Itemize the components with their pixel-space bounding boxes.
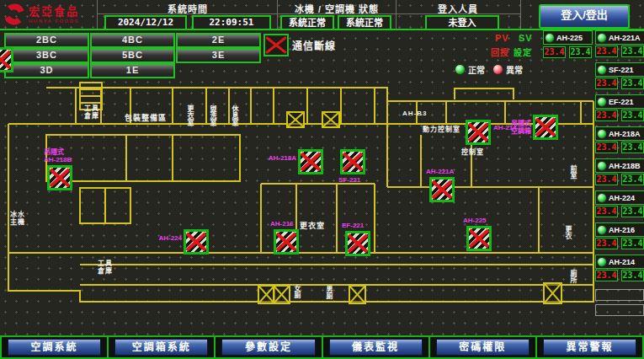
unit-label-ah-214[interactable]: AH-214 — [595, 255, 644, 269]
status-led-icon — [597, 225, 607, 235]
logo-mark-icon — [3, 3, 25, 25]
login-status-value: 未登入 — [425, 15, 499, 30]
floor-plan: 吊隱式 AH-218BAH-224AH-218ASF-221AH-214吊隱式 … — [0, 78, 595, 335]
header-divider — [277, 0, 278, 29]
floor-button-2bc[interactable]: 2BC — [4, 33, 89, 48]
room-label: 動力控制室 — [423, 126, 460, 133]
floor-button-3e[interactable]: 3E — [176, 48, 261, 63]
company-logo: 宏亞食品 HUNYA FOODS — [3, 2, 94, 27]
comm-fail-label: 通信斷線 — [292, 38, 336, 52]
ahu-icon-ah-214[interactable] — [466, 120, 491, 145]
ahu-icon-吊隱式-空調箱[interactable] — [533, 115, 558, 140]
empty-unit-slot — [595, 289, 644, 301]
ahu-icon-ef-221[interactable] — [345, 231, 370, 256]
comm-fail-icon — [263, 34, 289, 56]
unit-sv-ah-214: 23.4 — [621, 270, 644, 281]
ahu-tag-label: AH-224 — [150, 234, 182, 242]
unit-label-ah-221a[interactable]: AH-221A — [595, 30, 644, 45]
room-label: 包裝整備區 — [125, 115, 167, 122]
ahu-icon-ah-224[interactable] — [184, 229, 209, 255]
ahu-icon-sf-221[interactable] — [340, 149, 365, 174]
ahu-icon-ah-218a[interactable] — [298, 149, 323, 174]
unit-label-sf-221[interactable]: SF-221 — [595, 62, 644, 77]
ahu-tag-label: AH-225 — [463, 217, 487, 224]
nav-parameter-set-button[interactable]: 參數設定 — [221, 339, 315, 356]
status-led-icon — [597, 257, 607, 267]
unit-pv-ah-218b: 23.4 — [595, 174, 618, 185]
unit-pv-ah-214: 23.4 — [595, 270, 618, 281]
ahu-icon-吊隱式-ah-218b[interactable] — [47, 165, 72, 190]
room-label: 更衣室 — [300, 222, 325, 230]
header-bar: 宏亞食品 HUNYA FOODS 系統時間 2024/12/12 22:09:5… — [0, 0, 644, 30]
stair-icon — [286, 111, 305, 128]
unit-label-ah-224[interactable]: AH-224 — [595, 190, 644, 205]
nav-alarm-button[interactable]: 異常警報 — [543, 339, 636, 356]
unit-pv-ah-218a: 23.4 — [595, 142, 618, 153]
floor-button-3d[interactable]: 3D — [4, 63, 89, 78]
ahu-tag-label: SF-221 — [338, 176, 360, 184]
nav-password-auth-button[interactable]: 密碼權限 — [436, 339, 530, 356]
unit-pv-ah-224: 23.4 — [595, 206, 618, 217]
unit-pv-sf-221: 23.4 — [595, 78, 618, 89]
stair-icon — [543, 282, 562, 304]
header-divider — [396, 0, 397, 29]
login-user-label: 登入人員 — [397, 2, 519, 15]
nav-ac-system-button[interactable]: 空調系統 — [8, 339, 101, 356]
ac-status-value: 系統正常 — [338, 15, 391, 30]
chiller-status-value: 系統正常 — [280, 15, 334, 30]
machine-status-label: 冰機 / 空調機 狀態 — [279, 2, 394, 15]
system-time-value: 22:09:51 — [192, 15, 271, 30]
unit-label-ah-225[interactable]: AH-225 — [543, 30, 593, 45]
room-label: 工具 倉庫 — [84, 104, 99, 120]
unit-label-ah-218a[interactable]: AH-218A — [595, 126, 644, 141]
ahu-tag-label: 吊隱式 空調箱 — [499, 120, 531, 135]
logo-subtitle: HUNYA FOODS — [29, 19, 79, 24]
floor-button-4bc[interactable]: 4BC — [90, 33, 175, 48]
room-label: AH-B3 — [402, 110, 427, 117]
status-led-icon — [597, 33, 607, 43]
unit-sv-ah-216: 23.4 — [621, 238, 644, 249]
ahu-icon-ah-216[interactable] — [274, 229, 299, 255]
abnormal-legend: 異常 — [492, 62, 523, 77]
hmi-screen: { "header": { "logo_title": "宏亞食品", "log… — [0, 0, 644, 359]
unit-sv-ah-218a: 23.4 — [621, 142, 644, 153]
unit-sv-ah-218b: 23.4 — [621, 174, 644, 185]
ahu-tag-label: 吊隱式 AH-218B — [44, 148, 72, 163]
floor-button-1e[interactable]: 1E — [90, 63, 175, 78]
unit-label-ah-216[interactable]: AH-216 — [595, 222, 644, 237]
nav-ahu-system-button[interactable]: 空調箱系統 — [114, 339, 208, 356]
status-led-icon — [545, 33, 555, 43]
unit-sv-sf-221: 23.4 — [621, 78, 644, 89]
floor-button-5bc[interactable]: 5BC — [90, 48, 175, 63]
login-logout-button[interactable]: 登入/登出 — [539, 4, 630, 29]
pv-legend: PV — [495, 33, 509, 43]
status-led-icon — [597, 129, 607, 139]
status-led-icon — [597, 193, 607, 203]
ahu-tag-label: AH-216 — [270, 220, 294, 228]
room-label: 廁所 — [569, 270, 577, 283]
ahu-icon-partial[interactable] — [0, 47, 13, 72]
floor-button-2e[interactable]: 2E — [176, 33, 261, 48]
unit-sv-ah-225: 23.4 — [569, 46, 592, 58]
unit-pv-ah-225: 23.4 — [543, 46, 566, 58]
room-label: 男廁 — [325, 286, 333, 299]
unit-label-ef-221[interactable]: EF-221 — [595, 94, 644, 109]
floor-button-3bc[interactable]: 3BC — [4, 48, 89, 63]
abnormal-led-icon — [492, 64, 503, 75]
room-label: 工具 倉庫 — [98, 260, 113, 275]
ahu-icon-ah-221a[interactable] — [429, 177, 455, 202]
normal-led-icon — [455, 64, 466, 75]
nav-meter-monitor-button[interactable]: 儀表監視 — [329, 339, 423, 356]
stair-icon — [349, 285, 366, 304]
room-label: 女廁 — [293, 285, 301, 298]
empty-unit-slot — [595, 304, 644, 316]
room-label: 前室 — [569, 165, 577, 179]
room-label: 更衣 — [564, 226, 572, 239]
room-label: 冰水 主機 — [10, 211, 25, 226]
sv-legend: SV — [519, 33, 533, 43]
system-time-label: 系統時間 — [99, 2, 276, 15]
ahu-icon-ah-225[interactable] — [466, 226, 492, 251]
unit-label-ah-218b[interactable]: AH-218B — [595, 158, 644, 173]
status-led-icon — [597, 161, 607, 171]
sv-name-label: 設定 — [514, 46, 532, 58]
